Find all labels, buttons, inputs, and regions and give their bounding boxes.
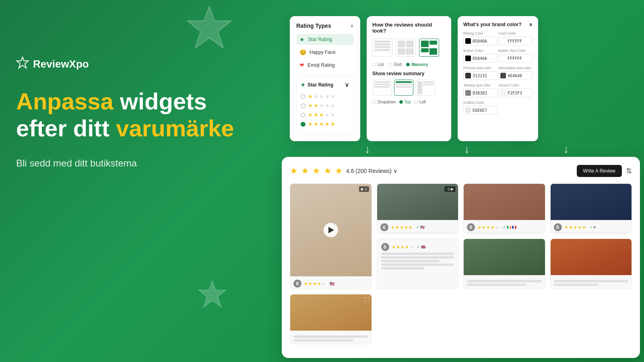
summary-radio-top[interactable]: Top [399, 100, 411, 104]
tertiary-text-field: Tertiary text color 838383 [463, 83, 497, 97]
w-star-4: ★ [324, 166, 332, 176]
layout-masonry[interactable] [419, 39, 439, 57]
review-img-6 [464, 239, 545, 275]
rating-types-chevron: ∨ [350, 23, 354, 29]
play-button-1[interactable] [324, 223, 338, 237]
review-body-3: B ★ ★ ★ ★ ★ ✓ 🇮🇪 🇫🇷 [464, 220, 545, 234]
review-body-4: B ★ ★ ★ ★ ★ ✓ ≡ [551, 220, 632, 234]
button-text-color-input[interactable]: FFFFFF [498, 54, 533, 63]
w-star-3: ★ [312, 166, 320, 176]
write-review-button[interactable]: Write A Review [577, 165, 622, 177]
review-summary-title: Show review summary [372, 71, 446, 76]
mini-radio-masonry [406, 63, 410, 66]
star-row-1[interactable]: ★ ★ ★ ★ ★ [301, 93, 349, 99]
brand-color-title: What's your brand color? ∧ [463, 22, 533, 27]
star-row-2[interactable]: ★ ★ ★ ★ ★ [301, 103, 349, 109]
secondary-text-input[interactable]: 464646 [498, 71, 533, 80]
review-stars-5: ★ ★ ★ ★ ★ [392, 245, 413, 250]
summary-radio-dropdown[interactable]: Dropdown [372, 100, 396, 104]
rating-types-card: Rating Types ∨ ★ Star Rating 😊 Happy Fac… [290, 16, 360, 141]
review-img-1: ▶ 1 [290, 184, 372, 276]
outline-color-label: Outline Color [463, 101, 497, 105]
widget-stars-row: ★ ★ ★ ★ ★ 4.6 (200 Reviews) ∨ [290, 166, 397, 176]
button-color-input[interactable]: 05040A [463, 54, 497, 63]
layout-radio-list[interactable]: List [372, 62, 384, 67]
layout-grid[interactable] [396, 39, 416, 57]
layout-grid-thumb [396, 39, 416, 57]
secondary-text-label: Secondary text color [498, 66, 533, 70]
rating-color-field: Rating Color 05040A [463, 31, 497, 45]
rating-color-input[interactable]: 05040A [463, 37, 497, 45]
happy-face-text: Happy Face [310, 49, 336, 55]
review-body-7 [551, 275, 632, 289]
w-star-1: ★ [290, 166, 298, 176]
video-badge-1: ▶ 1 [359, 186, 369, 192]
color-row-3: Primary text color 313131 Secondary text… [463, 66, 533, 80]
layout-masonry-label: Masonry [411, 62, 428, 67]
right-section: Rating Types ∨ ★ Star Rating 😊 Happy Fac… [258, 0, 644, 362]
summary-dropdown-label: Dropdown [378, 100, 396, 104]
accent-color-input[interactable]: F2F2F3 [498, 88, 533, 97]
emoji-rating-text: Emoji Rating [308, 62, 335, 68]
tertiary-text-swatch [465, 90, 471, 96]
review-body-5: B ★ ★ ★ ★ ★ ✓ 🇬🇧 [377, 239, 458, 274]
secondary-text-value: 464646 [508, 74, 522, 78]
layout-radio-row: List Grid Masonry [372, 62, 446, 67]
review-avatar-1: B [293, 280, 301, 288]
layout-radio-grid[interactable]: Grid [389, 62, 402, 67]
button-color-label: Button Color [463, 49, 497, 53]
review-img-3 [464, 184, 545, 220]
summary-radio-left[interactable]: Left [414, 100, 426, 104]
layout-masonry-thumb [419, 39, 439, 57]
card-color-value: FFFFFF [508, 39, 522, 43]
headline: Anpassa widgetsefter ditt varumärke [16, 88, 258, 142]
card-color-input[interactable]: FFFFFF [498, 37, 533, 45]
primary-text-input[interactable]: 313131 [463, 71, 497, 80]
review-avatar-5: B [381, 243, 389, 251]
play-triangle-1 [328, 227, 334, 233]
deco-star-bottom [197, 280, 227, 310]
flags-3: ✓ 🇮🇪 🇫🇷 [503, 225, 516, 229]
expand-icon-8: ⛶ [364, 297, 369, 302]
review-stars-2: ★ ★ ★ ★ ★ [391, 225, 413, 230]
star-rating-icon: ★ [299, 36, 305, 43]
widget-preview: ★ ★ ★ ★ ★ 4.6 (200 Reviews) ∨ Write A Re… [282, 157, 640, 358]
svg-marker-0 [188, 6, 231, 48]
verified-badge-2: ✓ 🇺🇸 [416, 225, 425, 229]
button-color-value: 05040A [473, 56, 487, 61]
layout-radio-masonry[interactable]: Masonry [406, 62, 428, 67]
color-row-1: Rating Color 05040A Card Color FFFFFF [463, 31, 533, 45]
button-text-color-value: FFFFFF [508, 56, 522, 61]
video-badge-2: -1 ▶ [444, 186, 456, 192]
summary-thumb-left[interactable] [416, 80, 435, 96]
rating-option-happy[interactable]: 😊 Happy Face [296, 47, 354, 58]
rating-color-label: Rating Color [463, 31, 497, 35]
review-avatar-3: B [467, 223, 475, 231]
tertiary-text-input[interactable]: 838383 [463, 88, 497, 97]
star-row-3[interactable]: ★ ★ ★ ★ ★ [301, 112, 349, 118]
rating-option-emoji[interactable]: ❤ Emoji Rating [296, 60, 354, 71]
layout-list-thumb [372, 39, 392, 57]
radio-3 [301, 113, 305, 117]
star-selector-subcard: ★ Star Rating ∨ ★ ★ ★ ★ ★ [296, 76, 354, 135]
widget-actions: Write A Review ⇅ [577, 165, 632, 177]
layout-list[interactable] [372, 39, 392, 57]
outline-color-value: E6E6E7 [473, 108, 487, 113]
rating-option-star[interactable]: ★ Star Rating [296, 34, 354, 45]
stars-2: ★ ★ ★ ★ ★ [308, 103, 335, 109]
review-body-2: B ★ ★ ★ ★ ★ ✓ 🇺🇸 [377, 220, 458, 234]
review-avatar-row-5: B ★ ★ ★ ★ ★ ✓ 🇬🇧 [381, 243, 454, 251]
outline-color-input[interactable]: E6E6E7 [463, 106, 497, 115]
summary-thumb-top[interactable] [394, 80, 413, 96]
review-lines-6 [467, 280, 542, 286]
color-row-2: Button Color 05040A Button Text Color FF… [463, 49, 533, 63]
star-row-5[interactable]: ★ ★ ★ ★ ★ [301, 121, 349, 127]
filter-icon[interactable]: ⇅ [626, 167, 632, 175]
accent-color-swatch [500, 90, 506, 96]
arrow-3: ↓ [564, 143, 569, 156]
review-avatar-row-3: B ★ ★ ★ ★ ★ ✓ 🇮🇪 🇫🇷 [467, 223, 542, 231]
radio-5 [301, 122, 305, 127]
accent-color-field: Accent Color F2F2F3 [498, 83, 533, 97]
review-card-5: B ★ ★ ★ ★ ★ ✓ 🇬🇧 [377, 239, 459, 289]
summary-thumb-dropdown[interactable] [372, 80, 392, 96]
